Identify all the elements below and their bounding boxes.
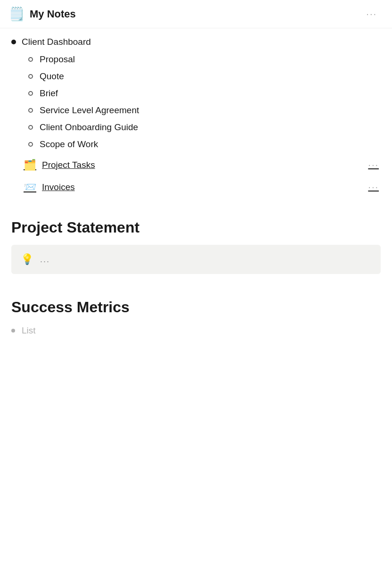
nav-item-onboarding[interactable]: Client Onboarding Guide xyxy=(0,119,392,136)
list-placeholder-label: List xyxy=(22,325,36,336)
nav-item-label: Service Level Agreement xyxy=(40,105,139,116)
bullet-hollow-icon xyxy=(28,125,33,130)
bullet-hollow-icon xyxy=(28,91,33,96)
bullet-list-dot-icon xyxy=(11,329,15,333)
nav-item-sla[interactable]: Service Level Agreement xyxy=(0,102,392,119)
project-tasks-icon: 🗂️ xyxy=(24,159,36,171)
bullet-hollow-icon xyxy=(28,108,33,113)
nav-item-client-dashboard[interactable]: Client Dashboard xyxy=(0,34,392,50)
nav-item-label: Scope of Work xyxy=(40,139,98,150)
nav-item-emoji-left: 🗂️ Project Tasks xyxy=(24,159,95,171)
nav-item-proposal[interactable]: Proposal xyxy=(0,51,392,68)
nav-item-label: Client Dashboard xyxy=(22,37,91,47)
header-left: 🗒️ My Notes xyxy=(8,8,76,21)
nav-item-label: Proposal xyxy=(40,54,75,65)
nav-item-project-tasks[interactable]: 🗂️ Project Tasks ··· xyxy=(0,154,392,176)
nav-item-label: Quote xyxy=(40,71,64,82)
nav-item-brief[interactable]: Brief xyxy=(0,85,392,102)
nav-item-label: Project Tasks xyxy=(42,160,95,170)
nav-item-scope-of-work[interactable]: Scope of Work xyxy=(0,136,392,153)
bullet-hollow-icon xyxy=(28,57,33,62)
navigation-list: Client Dashboard Proposal Quote Brief Se… xyxy=(0,28,392,202)
app-title: My Notes xyxy=(30,8,76,20)
bullet-hollow-icon xyxy=(28,142,33,147)
callout-placeholder: ... xyxy=(40,255,50,265)
app-header: 🗒️ My Notes ··· xyxy=(0,0,392,28)
notebook-icon: 🗒️ xyxy=(8,8,25,21)
project-statement-heading: Project Statement xyxy=(0,202,392,243)
invoices-icon: 📨 xyxy=(24,181,36,193)
bullet-hollow-icon xyxy=(28,74,33,79)
header-more-button[interactable]: ··· xyxy=(362,7,381,21)
success-metrics-list-item[interactable]: List xyxy=(0,323,392,339)
lightbulb-icon: 💡 xyxy=(21,253,33,266)
nav-item-emoji-left: 📨 Invoices xyxy=(24,181,75,193)
invoices-more-button[interactable]: ··· xyxy=(364,180,383,194)
project-statement-callout[interactable]: 💡 ... xyxy=(11,245,381,274)
bullet-filled-icon xyxy=(11,40,16,44)
nav-item-invoices[interactable]: 📨 Invoices ··· xyxy=(0,176,392,198)
nav-item-label: Client Onboarding Guide xyxy=(40,122,138,133)
success-metrics-heading: Success Metrics xyxy=(0,282,392,323)
nav-sub-list: Proposal Quote Brief Service Level Agree… xyxy=(0,50,392,154)
project-tasks-more-button[interactable]: ··· xyxy=(364,158,383,172)
nav-item-label: Brief xyxy=(40,88,58,99)
nav-item-quote[interactable]: Quote xyxy=(0,68,392,85)
nav-item-label: Invoices xyxy=(42,182,75,192)
